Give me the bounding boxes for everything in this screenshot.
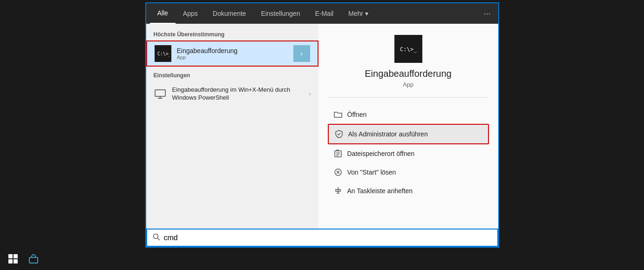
search-bar [146, 229, 498, 247]
top-result-subtitle: App [177, 54, 238, 60]
divider [328, 97, 489, 98]
settings-result-item[interactable]: Eingabeaufforderung im Win+X-Menü durch … [146, 81, 319, 107]
settings-arrow-icon: › [309, 91, 311, 97]
svg-text:C:\>_: C:\>_ [400, 46, 417, 53]
tab-dokumente[interactable]: Dokumente [205, 3, 254, 24]
store-taskbar-icon[interactable] [24, 250, 43, 268]
action-unpin-start-label: Von "Start" lösen [347, 169, 396, 176]
action-open-file-location-label: Dateispeicherort öffnen [347, 150, 415, 157]
action-open-file-location[interactable]: Dateispeicherort öffnen [328, 144, 489, 163]
svg-rect-19 [14, 254, 18, 258]
nav-more-button[interactable]: ··· [480, 7, 494, 20]
section-label-settings: Einstellungen [146, 70, 319, 81]
settings-result-title: Eingabeaufforderung im Win+X-Menü durch … [172, 86, 309, 102]
svg-line-17 [157, 238, 160, 241]
pin-taskbar-icon [333, 186, 343, 196]
svg-rect-18 [8, 254, 13, 258]
top-result-title: Eingabeaufforderung [177, 47, 238, 54]
action-unpin-start[interactable]: Von "Start" lösen [328, 163, 489, 182]
taskbar [0, 248, 644, 270]
action-list: Öffnen Als Administrator ausführen [328, 105, 489, 200]
section-label-best-match: Höchste Übereinstimmung [146, 29, 319, 40]
svg-point-16 [153, 234, 158, 239]
app-icon-large: C:\>_ [394, 35, 422, 63]
tab-mehr[interactable]: Mehr ▾ [341, 3, 376, 24]
monitor-icon [154, 88, 167, 101]
action-run-as-admin-label: Als Administrator ausführen [348, 130, 428, 138]
open-icon [333, 110, 343, 119]
action-open[interactable]: Öffnen [328, 105, 489, 124]
tab-email[interactable]: E-Mail [307, 3, 341, 24]
tab-alle[interactable]: Alle [150, 3, 176, 24]
action-pin-taskbar-label: An Taskleiste anheften [347, 187, 413, 195]
app-name-large: Eingabeaufforderung [365, 68, 451, 79]
svg-rect-2 [155, 90, 165, 96]
top-result-item[interactable]: C:\>_ Eingabeaufforderung App › [146, 40, 319, 67]
action-open-label: Öffnen [347, 111, 367, 118]
svg-rect-20 [8, 259, 13, 263]
start-button[interactable] [4, 250, 22, 268]
search-content: Höchste Übereinstimmung C:\>_ Eingabeauf… [146, 24, 498, 229]
svg-rect-22 [29, 257, 38, 263]
app-type-label: App [403, 81, 414, 88]
action-pin-taskbar[interactable]: An Taskleiste anheften [328, 182, 489, 200]
search-input[interactable] [164, 234, 492, 242]
svg-text:C:\>_: C:\>_ [157, 51, 169, 57]
expand-arrow-button[interactable]: › [293, 45, 310, 62]
tab-einstellungen[interactable]: Einstellungen [253, 3, 307, 24]
shield-icon [334, 129, 344, 139]
left-panel: Höchste Übereinstimmung C:\>_ Eingabeauf… [146, 24, 319, 229]
top-result-text: Eingabeaufforderung App [177, 47, 238, 60]
file-location-icon [333, 149, 343, 158]
search-overlay: Alle Apps Dokumente Einstellungen E-Mail… [145, 2, 499, 248]
tab-apps[interactable]: Apps [176, 3, 205, 24]
settings-result-text: Eingabeaufforderung im Win+X-Menü durch … [172, 86, 309, 102]
action-run-as-admin[interactable]: Als Administrator ausführen [328, 124, 489, 144]
cmd-app-icon: C:\>_ [155, 45, 171, 62]
svg-rect-21 [14, 259, 18, 263]
search-icon [153, 233, 160, 242]
right-panel: C:\>_ Eingabeaufforderung App Öffnen [319, 24, 498, 229]
unpin-start-icon [333, 168, 343, 177]
search-nav: Alle Apps Dokumente Einstellungen E-Mail… [146, 3, 498, 24]
